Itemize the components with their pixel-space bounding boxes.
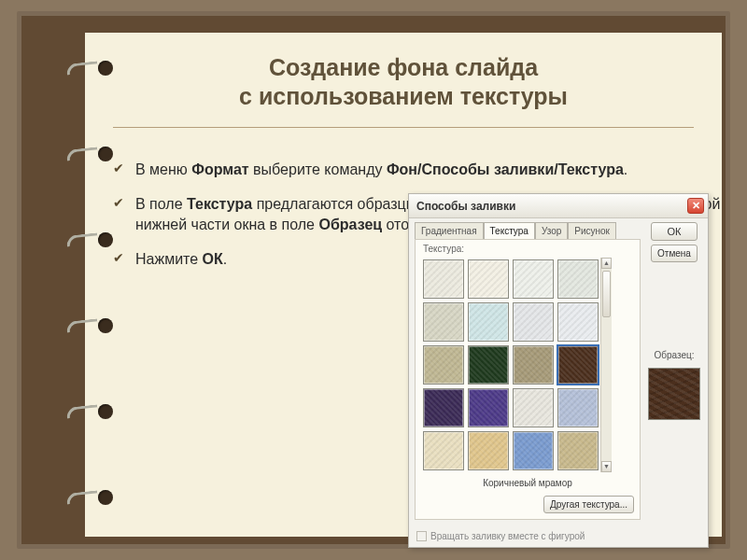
dialog-right-pane: ОК Отмена Образец: (646, 222, 702, 520)
texture-swatch[interactable] (557, 345, 599, 385)
texture-scrollbar[interactable]: ▲ ▼ (600, 258, 612, 472)
texture-swatch[interactable] (513, 388, 554, 427)
texture-scroll-area: ▲ ▼ (421, 258, 634, 472)
scroll-up-icon[interactable]: ▲ (601, 258, 612, 269)
dialog-footer: Вращать заливку вместе с фигурой (409, 527, 708, 547)
other-texture-button[interactable]: Другая текстура... (543, 496, 634, 513)
slide-frame-inner: Создание фона слайда с использованием те… (21, 16, 726, 544)
slide-paper: Создание фона слайда с использованием те… (85, 33, 722, 537)
slide-title: Создание фона слайда с использованием те… (85, 33, 722, 127)
bullet-item: В меню Формат выберите команду Фон/Спосо… (111, 160, 722, 180)
rotate-with-shape-checkbox[interactable] (416, 531, 427, 541)
rotate-with-shape-label: Вращать заливку вместе с фигурой (430, 531, 585, 541)
slide-frame-outer: Создание фона слайда с использованием те… (17, 11, 730, 549)
texture-swatch[interactable] (557, 388, 599, 427)
tab-texture[interactable]: Текстура (484, 222, 535, 239)
texture-swatch[interactable] (468, 431, 509, 470)
sample-label: Образец: (654, 350, 694, 360)
dialog-body: Градиентная Текстура Узор Рисунок Тексту… (409, 218, 708, 527)
scroll-track[interactable] (601, 319, 612, 461)
fill-methods-dialog: Способы заливки ✕ Градиентная Текстура У… (408, 193, 709, 548)
texture-group-label: Текстура: (423, 244, 634, 254)
dialog-title: Способы заливки (416, 200, 515, 213)
texture-swatch[interactable] (468, 302, 509, 342)
texture-swatch[interactable] (513, 345, 554, 385)
texture-swatch[interactable] (513, 302, 554, 342)
tab-picture[interactable]: Рисунок (568, 222, 616, 239)
texture-swatch[interactable] (557, 431, 599, 470)
binding-ring (66, 139, 106, 167)
cancel-button[interactable]: Отмена (651, 245, 698, 262)
texture-swatch[interactable] (557, 259, 599, 299)
binding-ring (66, 397, 106, 425)
texture-swatch[interactable] (423, 345, 464, 385)
texture-swatch[interactable] (423, 431, 464, 470)
texture-swatch[interactable] (423, 302, 464, 342)
texture-swatch[interactable] (468, 345, 509, 385)
spiral-binding (66, 53, 106, 511)
close-icon[interactable]: ✕ (687, 198, 704, 214)
dialog-tabs: Градиентная Текстура Узор Рисунок (415, 222, 641, 239)
dialog-titlebar[interactable]: Способы заливки ✕ (409, 194, 708, 218)
binding-ring (66, 311, 106, 339)
texture-swatch[interactable] (513, 259, 554, 299)
texture-swatch[interactable] (468, 388, 509, 427)
texture-swatch[interactable] (468, 259, 509, 299)
texture-swatch[interactable] (423, 388, 464, 427)
tab-gradient[interactable]: Градиентная (415, 222, 484, 239)
ok-button[interactable]: ОК (651, 222, 698, 241)
texture-swatch[interactable] (557, 302, 599, 342)
texture-group: Текстура: ▲ ▼ Коричневый мрамор (415, 239, 641, 520)
scroll-thumb[interactable] (602, 271, 611, 317)
selected-texture-name: Коричневый мрамор (421, 472, 634, 496)
texture-swatch[interactable] (513, 431, 554, 470)
binding-ring (66, 225, 106, 253)
texture-swatch[interactable] (423, 259, 464, 299)
binding-ring (66, 53, 106, 81)
slide-title-line2: с использованием текстуры (239, 83, 568, 109)
tab-pattern[interactable]: Узор (535, 222, 568, 239)
scroll-down-icon[interactable]: ▼ (601, 461, 612, 472)
texture-grid (421, 258, 600, 472)
dialog-left-pane: Градиентная Текстура Узор Рисунок Тексту… (415, 222, 641, 520)
binding-ring (66, 483, 106, 511)
sample-swatch (648, 368, 700, 420)
slide-title-line1: Создание фона слайда (269, 54, 538, 80)
